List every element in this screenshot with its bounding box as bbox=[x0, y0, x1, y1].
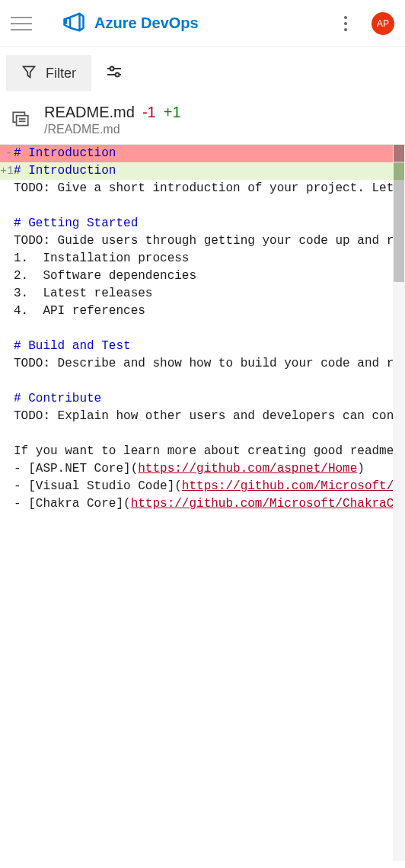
line-text: TODO: Guide users through getting your c… bbox=[14, 232, 393, 250]
diff-deletions-count: -1 bbox=[142, 104, 156, 121]
user-avatar[interactable]: AP bbox=[372, 12, 394, 35]
diff-line: TODO: Describe and show how to build you… bbox=[0, 355, 393, 373]
diff-line bbox=[0, 373, 393, 390]
line-text bbox=[14, 425, 393, 443]
line-gutter: +1 bbox=[0, 162, 14, 180]
line-gutter bbox=[0, 443, 14, 460]
markdown-link-url[interactable]: https://github.com/aspnet/Home bbox=[138, 462, 357, 476]
line-gutter bbox=[0, 390, 14, 408]
app-header: Azure DevOps AP bbox=[0, 0, 405, 47]
filter-icon bbox=[21, 64, 37, 82]
line-text: - [ASP.NET Core](https://github.com/aspn… bbox=[14, 460, 393, 478]
azure-devops-icon bbox=[62, 11, 85, 37]
diff-line bbox=[0, 320, 393, 338]
diff-line: # Contribute bbox=[0, 390, 393, 408]
line-gutter bbox=[0, 215, 14, 232]
line-gutter bbox=[0, 197, 14, 215]
diff-viewer: -# Introduction+1# IntroductionTODO: Giv… bbox=[0, 145, 405, 861]
line-gutter bbox=[0, 303, 14, 320]
diff-line: - [Visual Studio Code](https://github.co… bbox=[0, 478, 393, 495]
line-text: 1. Installation process bbox=[14, 250, 393, 267]
diff-line: TODO: Give a short introduction of your … bbox=[0, 180, 393, 197]
line-gutter bbox=[0, 408, 14, 425]
diff-line bbox=[0, 197, 393, 215]
line-text: 2. Software dependencies bbox=[14, 267, 393, 285]
markdown-link-url[interactable]: https://github.com/Microsoft/vscode bbox=[182, 479, 393, 493]
line-text bbox=[14, 320, 393, 338]
svg-rect-5 bbox=[17, 115, 28, 125]
diff-line: # Getting Started bbox=[0, 215, 393, 232]
diff-line: - [Chakra Core](https://github.com/Micro… bbox=[0, 495, 393, 513]
filter-button[interactable]: Filter bbox=[6, 55, 91, 91]
line-gutter bbox=[0, 495, 14, 513]
diff-content[interactable]: -# Introduction+1# IntroductionTODO: Giv… bbox=[0, 145, 393, 513]
diff-line bbox=[0, 425, 393, 443]
line-text: 4. API references bbox=[14, 303, 393, 320]
diff-line: 3. Latest releases bbox=[0, 285, 393, 303]
line-gutter bbox=[0, 180, 14, 197]
diff-line: TODO: Guide users through getting your c… bbox=[0, 232, 393, 250]
diff-line: TODO: Explain how other users and develo… bbox=[0, 408, 393, 425]
line-gutter bbox=[0, 373, 14, 390]
scrollbar-thumb[interactable] bbox=[394, 145, 404, 282]
sliders-icon bbox=[105, 70, 123, 83]
line-gutter bbox=[0, 460, 14, 478]
diff-line: 4. API references bbox=[0, 303, 393, 320]
app-logo-title[interactable]: Azure DevOps bbox=[62, 11, 199, 37]
file-path: /README.md bbox=[44, 123, 181, 136]
line-gutter bbox=[0, 478, 14, 495]
diff-line: 1. Installation process bbox=[0, 250, 393, 267]
line-text: - [Visual Studio Code](https://github.co… bbox=[14, 478, 393, 495]
line-text: # Introduction bbox=[14, 162, 393, 180]
hamburger-menu-icon[interactable] bbox=[11, 17, 32, 30]
more-menu-icon[interactable] bbox=[338, 10, 353, 37]
line-text: 3. Latest releases bbox=[14, 285, 393, 303]
line-gutter bbox=[0, 232, 14, 250]
line-text: TODO: Describe and show how to build you… bbox=[14, 355, 393, 373]
diff-line: - [ASP.NET Core](https://github.com/aspn… bbox=[0, 460, 393, 478]
markdown-link-url[interactable]: https://github.com/Microsoft/ChakraCore bbox=[131, 497, 393, 511]
diff-line: +1# Introduction bbox=[0, 162, 393, 180]
file-diff-icon bbox=[11, 109, 30, 132]
toolbar: Filter bbox=[0, 47, 405, 99]
diff-line: -# Introduction bbox=[0, 145, 393, 162]
svg-point-1 bbox=[110, 67, 114, 71]
file-header: README.md -1 +1 /README.md bbox=[0, 99, 405, 145]
line-text bbox=[14, 197, 393, 215]
app-title: Azure DevOps bbox=[94, 14, 199, 32]
diff-additions-count: +1 bbox=[164, 104, 181, 121]
line-text: If you want to learn more about creating… bbox=[14, 443, 393, 460]
line-gutter: - bbox=[0, 145, 14, 162]
line-gutter bbox=[0, 338, 14, 355]
line-text: TODO: Give a short introduction of your … bbox=[14, 180, 393, 197]
line-gutter bbox=[0, 267, 14, 285]
line-text: # Contribute bbox=[14, 390, 393, 408]
svg-point-3 bbox=[116, 73, 120, 77]
diff-line: If you want to learn more about creating… bbox=[0, 443, 393, 460]
line-text: TODO: Explain how other users and develo… bbox=[14, 408, 393, 425]
line-gutter bbox=[0, 425, 14, 443]
filter-label: Filter bbox=[46, 66, 76, 82]
vertical-scrollbar[interactable] bbox=[393, 145, 405, 861]
diff-line: 2. Software dependencies bbox=[0, 267, 393, 285]
line-text: # Introduction bbox=[14, 145, 393, 162]
diff-settings-button[interactable] bbox=[99, 56, 129, 90]
line-text: # Getting Started bbox=[14, 215, 393, 232]
line-gutter bbox=[0, 320, 14, 338]
line-text: - [Chakra Core](https://github.com/Micro… bbox=[14, 495, 393, 513]
diff-line: # Build and Test bbox=[0, 338, 393, 355]
line-gutter bbox=[0, 285, 14, 303]
line-text bbox=[14, 373, 393, 390]
line-text: # Build and Test bbox=[14, 338, 393, 355]
line-gutter bbox=[0, 250, 14, 267]
file-name: README.md bbox=[44, 104, 135, 121]
line-gutter bbox=[0, 355, 14, 373]
